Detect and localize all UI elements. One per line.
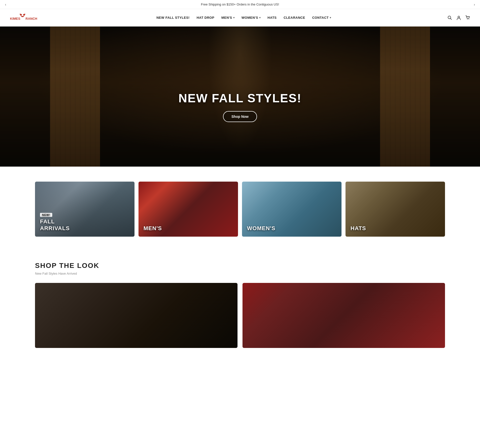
- svg-text:KIMES: KIMES: [10, 17, 20, 21]
- contact-chevron-icon: ▾: [330, 16, 331, 19]
- category-grid: NEW! FALLARRIVALS MEN'S WOMEN'S HATS: [35, 182, 445, 237]
- category-section: NEW! FALLARRIVALS MEN'S WOMEN'S HATS: [0, 167, 480, 247]
- shop-the-look-section: SHOP THE LOOK New Fall Styles Have Arriv…: [0, 247, 480, 358]
- hero-cta-button[interactable]: Shop Now: [223, 111, 257, 122]
- announcement-bar: ‹ Free Shipping on $150+ Orders in the C…: [0, 0, 480, 9]
- nav-item-new-fall[interactable]: NEW FALL STYLES!: [156, 16, 190, 20]
- header-icons: [448, 16, 470, 20]
- nav-item-hat-drop[interactable]: HAT DROP: [196, 16, 214, 20]
- hats-label: HATS: [350, 225, 366, 232]
- header: KIMES RANCH NEW FALL STYLES! HAT DROP ME…: [0, 9, 480, 27]
- nav-item-mens[interactable]: MEN'S ▾: [221, 16, 234, 20]
- shop-look-subtitle: New Fall Styles Have Arrived: [35, 272, 445, 275]
- search-button[interactable]: [448, 16, 452, 20]
- shop-look-card-1[interactable]: [35, 283, 238, 348]
- svg-point-5: [467, 19, 468, 19]
- svg-point-6: [468, 19, 469, 19]
- nav-link-hat-drop[interactable]: HAT DROP: [196, 16, 214, 20]
- nav-link-clearance[interactable]: CLEARANCE: [284, 16, 305, 20]
- category-card-mens[interactable]: MEN'S: [138, 182, 238, 237]
- nav-list: NEW FALL STYLES! HAT DROP MEN'S ▾ WOMEN'…: [156, 16, 331, 20]
- search-icon: [448, 16, 452, 20]
- announcement-next-button[interactable]: ›: [471, 2, 478, 8]
- fall-label: NEW! FALLARRIVALS: [40, 212, 70, 232]
- nav-link-womens[interactable]: WOMEN'S ▾: [242, 16, 260, 20]
- logo[interactable]: KIMES RANCH: [10, 13, 40, 23]
- hero-section: NEW FALL STYLES! Shop Now: [0, 27, 480, 167]
- nav-item-contact[interactable]: CONTACT ▾: [312, 16, 331, 20]
- announcement-prev-button[interactable]: ‹: [2, 2, 9, 8]
- nav-link-contact[interactable]: CONTACT ▾: [312, 16, 331, 20]
- nav-item-hats[interactable]: HATS: [268, 16, 276, 20]
- svg-line-3: [450, 18, 452, 20]
- womens-chevron-icon: ▾: [259, 16, 261, 19]
- hero-title: NEW FALL STYLES!: [178, 91, 302, 105]
- nav-link-hats[interactable]: HATS: [268, 16, 276, 20]
- nav-link-mens[interactable]: MEN'S ▾: [221, 16, 234, 20]
- mens-chevron-icon: ▾: [233, 16, 235, 19]
- cart-button[interactable]: [466, 16, 470, 20]
- mens-label: MEN'S: [144, 225, 162, 232]
- hero-content: NEW FALL STYLES! Shop Now: [178, 91, 302, 122]
- svg-point-4: [458, 16, 460, 18]
- womens-name: WOMEN'S: [247, 225, 276, 232]
- mens-name: MEN'S: [144, 225, 162, 232]
- main-nav: NEW FALL STYLES! HAT DROP MEN'S ▾ WOMEN'…: [156, 16, 331, 20]
- logo-svg: KIMES RANCH: [10, 13, 40, 23]
- nav-item-clearance[interactable]: CLEARANCE: [284, 16, 305, 20]
- womens-label: WOMEN'S: [247, 225, 276, 232]
- account-button[interactable]: [456, 16, 461, 20]
- shop-look-grid: [35, 283, 445, 348]
- hats-name: HATS: [350, 225, 366, 232]
- category-card-womens[interactable]: WOMEN'S: [242, 182, 342, 237]
- nav-item-womens[interactable]: WOMEN'S ▾: [242, 16, 260, 20]
- cart-icon: [466, 16, 470, 20]
- shop-look-card-2[interactable]: [242, 283, 445, 348]
- announcement-text: Free Shipping on $150+ Orders in the Con…: [201, 3, 279, 6]
- nav-link-new-fall[interactable]: NEW FALL STYLES!: [156, 16, 190, 20]
- svg-text:RANCH: RANCH: [26, 17, 37, 21]
- category-card-fall-arrivals[interactable]: NEW! FALLARRIVALS: [35, 182, 134, 237]
- shop-look-title: SHOP THE LOOK: [35, 262, 445, 270]
- fall-name: FALLARRIVALS: [40, 218, 70, 232]
- fall-badge: NEW!: [40, 213, 52, 217]
- category-card-hats[interactable]: HATS: [346, 182, 445, 237]
- account-icon: [456, 16, 461, 20]
